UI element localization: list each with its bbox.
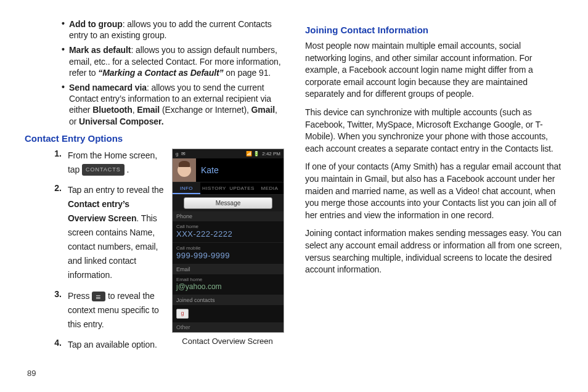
contact-header: Kate (173, 158, 284, 182)
cross-ref-link[interactable]: “Marking a Contact as Default” (98, 68, 223, 78)
bullet-lead: Add to group (69, 19, 123, 29)
step-3: 3. Press to reveal the context menu spec… (41, 289, 168, 332)
step-number: 2. (41, 183, 68, 283)
battery-icon: 🔋 (253, 151, 259, 157)
status-icons-right: 📶🔋 2:42 PM (245, 151, 281, 157)
bullet-send-namecard: • Send namecard via: allows you to send … (62, 82, 283, 127)
status-bar: g ✉ 📶🔋 2:42 PM (173, 149, 284, 158)
bold-term: Contact entry’s Overview Screen (68, 199, 136, 223)
menu-icon (92, 292, 105, 301)
step-number: 4. (41, 338, 68, 352)
field-call-mobile[interactable]: Call mobile 999-999-9999 (173, 243, 284, 264)
step-body: From the Home screen, tap CONTACTS . (68, 149, 168, 177)
heading-contact-entry-options: Contact Entry Options (25, 133, 283, 144)
bullet-list: • Add to group: allows you to add the cu… (62, 18, 283, 127)
field-label: Email home (176, 277, 280, 282)
bullet-dot: • (62, 44, 69, 78)
field-label: Call mobile (176, 245, 280, 251)
paragraph: Most people now maintain multiple email … (305, 40, 563, 100)
bullet-body: Add to group: allows you to add the curr… (69, 18, 283, 41)
bullet-lead: Mark as default (69, 45, 131, 55)
step-4: 4. Tap an available option. (41, 338, 168, 352)
step-number: 1. (41, 149, 68, 177)
section-joined: Joined contacts (173, 295, 284, 305)
bold-term: Email (137, 105, 160, 115)
bullet-add-to-group: • Add to group: allows you to add the cu… (62, 18, 283, 41)
bullet-dot: • (62, 82, 69, 127)
status-time: 2:42 PM (262, 151, 280, 157)
bold-term: Bluetooth (92, 105, 132, 115)
google-icon[interactable]: g (176, 309, 189, 319)
bold-term: Gmail (251, 105, 275, 115)
field-value: j@yahoo.com (176, 282, 280, 291)
google-status-icon: g (176, 151, 178, 157)
tabs-row: INFO HISTORY UPDATES MEDIA (173, 182, 284, 195)
paragraph: Joining contact information makes sendin… (305, 227, 563, 276)
mail-status-icon: ✉ (181, 151, 186, 157)
contact-avatar (173, 158, 196, 182)
section-other: Other (173, 322, 284, 332)
signal-icon: 📶 (246, 151, 252, 157)
page-number: 89 (27, 369, 36, 378)
step-1: 1. From the Home screen, tap CONTACTS . (41, 149, 168, 177)
phone-mock: g ✉ 📶🔋 2:42 PM Kate INFO HISTORY UPDATES… (172, 149, 284, 333)
contact-name: Kate (201, 165, 219, 175)
contacts-icon: CONTACTS (82, 164, 125, 176)
bullet-mark-default: • Mark as default: allows you to assign … (62, 44, 283, 78)
figure-caption: Contact Overview Screen (172, 337, 283, 346)
step-number: 3. (41, 289, 68, 332)
section-phone: Phone (173, 211, 284, 221)
bullet-text: on page 91. (224, 68, 271, 78)
message-row: Message (173, 195, 284, 211)
paragraph: If one of your contacts (Amy Smith) has … (305, 161, 563, 221)
status-icons-left: g ✉ (175, 151, 186, 157)
tab-history[interactable]: HISTORY (200, 182, 228, 194)
bullet-body: Send namecard via: allows you to send th… (69, 82, 283, 127)
step-body: Press to reveal the context menu specifi… (68, 289, 168, 332)
step-2: 2. Tap an entry to reveal the Contact en… (41, 183, 168, 283)
step-body: Tap an available option. (68, 338, 168, 352)
tab-media[interactable]: MEDIA (256, 182, 284, 194)
bullet-lead: Send namecard via (69, 83, 147, 92)
field-label: Call home (176, 224, 280, 229)
field-value: 999-999-9999 (176, 251, 280, 260)
phone-figure: g ✉ 📶🔋 2:42 PM Kate INFO HISTORY UPDATES… (172, 149, 283, 346)
field-email-home[interactable]: Email home j@yahoo.com (173, 274, 284, 295)
section-email: Email (173, 264, 284, 274)
joined-contacts: g (173, 305, 284, 322)
bullet-dot: • (62, 18, 69, 41)
tab-updates[interactable]: UPDATES (228, 182, 256, 194)
field-value: XXX-222-2222 (176, 229, 280, 239)
paragraph: This device can synchronize with multipl… (305, 107, 563, 155)
bold-term: Universal Composer. (79, 116, 163, 126)
bullet-body: Mark as default: allows you to assign de… (69, 44, 283, 78)
heading-joining-contact-info: Joining Contact Information (305, 25, 563, 35)
tab-info[interactable]: INFO (173, 182, 200, 194)
field-call-home[interactable]: Call home XXX-222-2222 (173, 221, 284, 243)
step-body: Tap an entry to reveal the Contact entry… (68, 183, 168, 283)
message-button[interactable]: Message (184, 197, 272, 209)
